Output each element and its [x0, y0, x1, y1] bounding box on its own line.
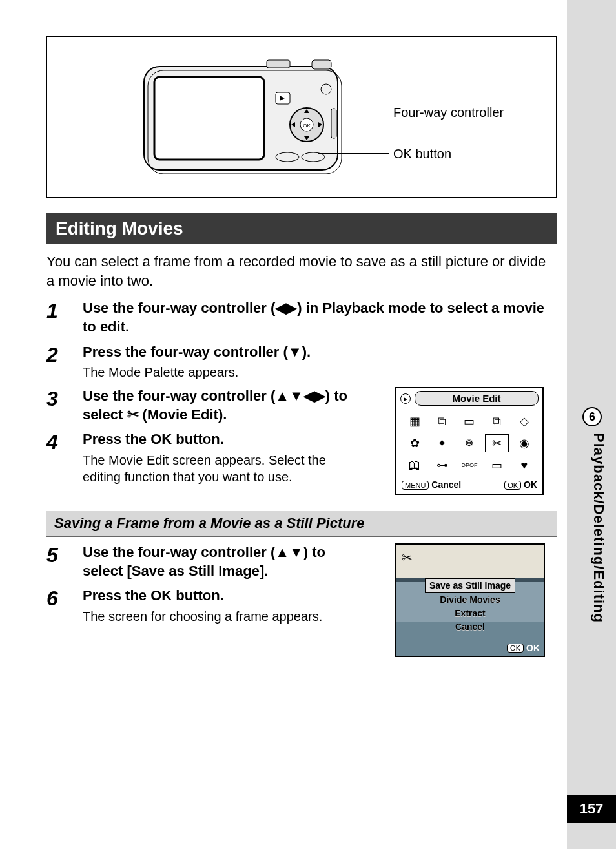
right-triangle-icon: ▶ — [286, 300, 297, 316]
palette-icon-rotate: ◇ — [513, 412, 536, 430]
step-title: Use the four-way controller (◀▶) in Play… — [83, 299, 557, 336]
svg-rect-3 — [312, 60, 331, 69]
step-4: 4 Press the OK button. The Movie Edit sc… — [46, 430, 363, 485]
callout-line-ok — [318, 153, 389, 154]
palette-grid: ▦ ⧉ ▭ ⧉ ◇ ✿ ✦ ❄ ✂ ◉ 🕮 ⊶ DPOF ▭ — [396, 408, 542, 477]
left-triangle-icon: ◀ — [303, 388, 314, 404]
ok-button-icon: OK — [504, 481, 521, 490]
step-title: Use the four-way controller (▲▼◀▶) to se… — [83, 387, 363, 424]
section-header: Editing Movies — [46, 213, 557, 244]
step-desc: The Movie Edit screen appears. Select th… — [83, 452, 363, 485]
palette-icon-slideshow: ▦ — [403, 412, 426, 430]
palette-icon-start: ▭ — [485, 456, 508, 474]
menu-option-extract: Extract — [455, 608, 485, 618]
scissors-icon: ✂ — [127, 406, 139, 423]
step-3: 3 Use the four-way controller (▲▼◀▶) to … — [46, 387, 363, 424]
step-title: Press the OK button. — [83, 587, 369, 605]
svg-rect-4 — [267, 60, 290, 68]
step-5-6-group: 5 Use the four-way controller (▲▼) to se… — [46, 543, 557, 625]
movie-edit-menu-screen: ✂ Save as Still Image Divide Movies Extr… — [395, 543, 545, 657]
mode-palette-screen: ▸ Movie Edit ▦ ⧉ ▭ ⧉ ◇ ✿ ✦ ❄ ✂ ◉ � — [395, 387, 544, 495]
callout-label-ok: OK button — [393, 147, 451, 162]
step-2: 2 Press the four-way controller (▼). The… — [46, 343, 557, 381]
palette-icon-movie-edit: ✂ — [485, 434, 508, 452]
palette-icon-resize: ⧉ — [430, 412, 453, 430]
step-number: 3 — [46, 387, 83, 424]
ok-button-icon: OK — [507, 644, 524, 653]
step-title: Press the four-way controller (▼). — [83, 343, 557, 362]
scissors-icon: ✂ — [402, 550, 413, 565]
palette-icon-protect: ⊶ — [430, 456, 453, 474]
steps-list: 1 Use the four-way controller (◀▶) in Pl… — [46, 299, 557, 485]
camera-illustration: OK — [138, 47, 351, 189]
right-triangle-icon: ▶ — [314, 388, 325, 404]
chapter-number: 6 — [589, 410, 595, 424]
palette-icon-brightness: ✦ — [430, 434, 453, 452]
menu-button-icon: MENU — [402, 481, 429, 490]
menu-option-divide: Divide Movies — [440, 594, 500, 605]
svg-point-15 — [302, 152, 325, 162]
step-desc: The screen for choosing a frame appears. — [83, 608, 369, 625]
step-6: 6 Press the OK button. The screen for ch… — [46, 587, 369, 625]
palette-icon-favorite: ♥ — [513, 456, 536, 474]
step-number: 1 — [46, 299, 83, 336]
content-area: OK Four-way controller OK button Editi — [46, 36, 557, 625]
sub-section-header: Saving a Frame from a Movie as a Still P… — [46, 511, 557, 537]
palette-title: Movie Edit — [415, 391, 539, 406]
svg-text:OK: OK — [303, 123, 311, 129]
palette-icon-effect: ❄ — [458, 434, 481, 452]
menu-option-save-still: Save as Still Image — [425, 578, 515, 593]
step-1: 1 Use the four-way controller (◀▶) in Pl… — [46, 299, 557, 336]
step-number: 2 — [46, 343, 83, 381]
left-triangle-icon: ◀ — [275, 300, 286, 316]
ok-confirm: OK OK — [507, 643, 540, 653]
page-number: 157 — [567, 795, 616, 823]
menu-option-cancel: Cancel — [455, 622, 485, 632]
playback-icon: ▸ — [400, 393, 411, 404]
movie-edit-menu: Save as Still Image Divide Movies Extrac… — [407, 578, 533, 634]
palette-icon-redeye: ◉ — [513, 434, 536, 452]
svg-point-14 — [276, 152, 299, 162]
palette-footer: MENU Cancel OK OK — [396, 477, 542, 494]
down-triangle-icon: ▼ — [289, 544, 303, 560]
step-number: 4 — [46, 430, 83, 485]
step-desc: The Mode Palette appears. — [83, 364, 557, 381]
palette-icon-dpof: DPOF — [458, 456, 481, 474]
palette-icon-voice: 🕮 — [403, 456, 426, 474]
palette-icon-filter: ✿ — [403, 434, 426, 452]
palette-icon-crop: ▭ — [458, 412, 481, 430]
step-title: Press the OK button. — [83, 430, 363, 449]
chapter-badge: 6 — [582, 407, 602, 426]
step-3-4-group: 3 Use the four-way controller (▲▼◀▶) to … — [46, 387, 557, 485]
chapter-label: Playback/Deleting/Editing — [590, 433, 607, 623]
svg-rect-2 — [154, 77, 264, 160]
step-number: 6 — [46, 587, 83, 625]
callout-label-fourway: Four-way controller — [393, 105, 504, 120]
palette-icon-copy: ⧉ — [485, 412, 508, 430]
down-triangle-icon: ▼ — [288, 344, 302, 360]
callout-line-fourway — [328, 112, 390, 112]
camera-diagram: OK Four-way controller OK button — [46, 36, 557, 198]
menu-cancel: MENU Cancel — [402, 479, 461, 490]
intro-text: You can select a frame from a recorded m… — [46, 252, 557, 290]
up-triangle-icon: ▲ — [275, 544, 289, 560]
up-triangle-icon: ▲ — [275, 388, 289, 404]
step-5: 5 Use the four-way controller (▲▼) to se… — [46, 543, 369, 580]
ok-confirm: OK OK — [504, 479, 537, 490]
step-number: 5 — [46, 543, 83, 580]
page: 6 Playback/Deleting/Editing 157 OK — [0, 0, 616, 849]
svg-rect-17 — [331, 109, 336, 138]
svg-point-16 — [321, 84, 331, 94]
down-triangle-icon: ▼ — [289, 388, 303, 404]
step-title: Use the four-way controller (▲▼) to sele… — [83, 543, 369, 580]
